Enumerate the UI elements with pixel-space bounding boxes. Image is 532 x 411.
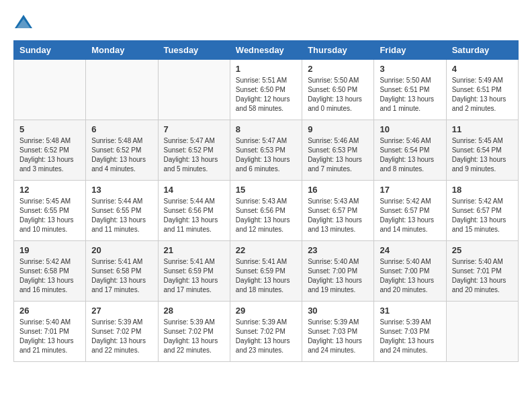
day-number: 21 <box>164 245 224 255</box>
day-number: 8 <box>236 124 296 134</box>
day-info: Sunrise: 5:50 AM Sunset: 6:50 PM Dayligh… <box>308 76 368 113</box>
day-info: Sunrise: 5:39 AM Sunset: 7:02 PM Dayligh… <box>164 318 224 355</box>
day-info: Sunrise: 5:40 AM Sunset: 7:00 PM Dayligh… <box>380 257 440 295</box>
day-info: Sunrise: 5:41 AM Sunset: 6:58 PM Dayligh… <box>91 257 152 295</box>
weekday-header-saturday: Saturday <box>446 41 518 60</box>
calendar-cell: 6Sunrise: 5:48 AM Sunset: 6:52 PM Daylig… <box>86 120 158 181</box>
day-info: Sunrise: 5:43 AM Sunset: 6:57 PM Dayligh… <box>308 197 368 234</box>
calendar-cell: 19Sunrise: 5:42 AM Sunset: 6:58 PM Dayli… <box>14 241 86 302</box>
day-number: 3 <box>380 64 440 74</box>
day-info: Sunrise: 5:40 AM Sunset: 7:01 PM Dayligh… <box>19 318 80 355</box>
weekday-header-row: SundayMondayTuesdayWednesdayThursdayFrid… <box>14 41 519 60</box>
day-number: 16 <box>308 185 368 195</box>
day-info: Sunrise: 5:41 AM Sunset: 6:59 PM Dayligh… <box>236 257 296 295</box>
day-number: 22 <box>236 245 296 255</box>
calendar-week-1: 1Sunrise: 5:51 AM Sunset: 6:50 PM Daylig… <box>14 60 519 120</box>
day-number: 27 <box>91 306 152 316</box>
day-info: Sunrise: 5:44 AM Sunset: 6:56 PM Dayligh… <box>164 197 224 234</box>
calendar-cell <box>86 60 158 120</box>
day-info: Sunrise: 5:39 AM Sunset: 7:03 PM Dayligh… <box>308 318 368 355</box>
calendar-cell <box>14 60 86 120</box>
calendar-cell: 21Sunrise: 5:41 AM Sunset: 6:59 PM Dayli… <box>158 241 230 302</box>
day-info: Sunrise: 5:43 AM Sunset: 6:56 PM Dayligh… <box>236 197 296 234</box>
weekday-header-friday: Friday <box>374 41 446 60</box>
day-number: 24 <box>380 245 440 255</box>
calendar-cell: 16Sunrise: 5:43 AM Sunset: 6:57 PM Dayli… <box>302 181 374 241</box>
day-info: Sunrise: 5:51 AM Sunset: 6:50 PM Dayligh… <box>236 76 296 113</box>
day-info: Sunrise: 5:42 AM Sunset: 6:57 PM Dayligh… <box>452 197 513 234</box>
calendar-cell: 28Sunrise: 5:39 AM Sunset: 7:02 PM Dayli… <box>158 302 230 362</box>
day-number: 15 <box>236 185 296 195</box>
day-number: 1 <box>236 64 296 74</box>
calendar-week-2: 5Sunrise: 5:48 AM Sunset: 6:52 PM Daylig… <box>14 120 519 181</box>
day-info: Sunrise: 5:46 AM Sunset: 6:54 PM Dayligh… <box>380 136 440 174</box>
day-number: 28 <box>164 306 224 316</box>
day-info: Sunrise: 5:40 AM Sunset: 7:01 PM Dayligh… <box>452 257 513 295</box>
day-info: Sunrise: 5:45 AM Sunset: 6:54 PM Dayligh… <box>452 136 513 174</box>
calendar-cell: 14Sunrise: 5:44 AM Sunset: 6:56 PM Dayli… <box>158 181 230 241</box>
day-info: Sunrise: 5:45 AM Sunset: 6:55 PM Dayligh… <box>19 197 80 234</box>
day-number: 14 <box>164 185 224 195</box>
weekday-header-tuesday: Tuesday <box>158 41 230 60</box>
day-number: 13 <box>91 185 152 195</box>
calendar-cell: 31Sunrise: 5:39 AM Sunset: 7:03 PM Dayli… <box>374 302 446 362</box>
logo-icon <box>13 13 34 34</box>
day-number: 23 <box>308 245 368 255</box>
day-number: 31 <box>380 306 440 316</box>
day-number: 7 <box>164 124 224 134</box>
day-info: Sunrise: 5:39 AM Sunset: 7:02 PM Dayligh… <box>91 318 152 355</box>
calendar-cell: 17Sunrise: 5:42 AM Sunset: 6:57 PM Dayli… <box>374 181 446 241</box>
page-header <box>13 13 519 34</box>
calendar-week-3: 12Sunrise: 5:45 AM Sunset: 6:55 PM Dayli… <box>14 181 519 241</box>
calendar-cell: 24Sunrise: 5:40 AM Sunset: 7:00 PM Dayli… <box>374 241 446 302</box>
calendar-cell: 8Sunrise: 5:47 AM Sunset: 6:53 PM Daylig… <box>230 120 302 181</box>
day-info: Sunrise: 5:46 AM Sunset: 6:53 PM Dayligh… <box>308 136 368 174</box>
calendar-cell: 13Sunrise: 5:44 AM Sunset: 6:55 PM Dayli… <box>86 181 158 241</box>
calendar-cell: 25Sunrise: 5:40 AM Sunset: 7:01 PM Dayli… <box>446 241 518 302</box>
day-info: Sunrise: 5:49 AM Sunset: 6:51 PM Dayligh… <box>452 76 513 113</box>
day-info: Sunrise: 5:50 AM Sunset: 6:51 PM Dayligh… <box>380 76 440 113</box>
day-info: Sunrise: 5:47 AM Sunset: 6:53 PM Dayligh… <box>236 136 296 174</box>
day-number: 4 <box>452 64 513 74</box>
calendar-cell: 4Sunrise: 5:49 AM Sunset: 6:51 PM Daylig… <box>446 60 518 120</box>
calendar-cell: 20Sunrise: 5:41 AM Sunset: 6:58 PM Dayli… <box>86 241 158 302</box>
day-number: 17 <box>380 185 440 195</box>
calendar-cell: 27Sunrise: 5:39 AM Sunset: 7:02 PM Dayli… <box>86 302 158 362</box>
calendar-cell: 11Sunrise: 5:45 AM Sunset: 6:54 PM Dayli… <box>446 120 518 181</box>
weekday-header-thursday: Thursday <box>302 41 374 60</box>
calendar-cell: 26Sunrise: 5:40 AM Sunset: 7:01 PM Dayli… <box>14 302 86 362</box>
day-info: Sunrise: 5:40 AM Sunset: 7:00 PM Dayligh… <box>308 257 368 295</box>
day-info: Sunrise: 5:47 AM Sunset: 6:52 PM Dayligh… <box>164 136 224 174</box>
calendar-cell: 22Sunrise: 5:41 AM Sunset: 6:59 PM Dayli… <box>230 241 302 302</box>
calendar-cell: 7Sunrise: 5:47 AM Sunset: 6:52 PM Daylig… <box>158 120 230 181</box>
day-number: 2 <box>308 64 368 74</box>
day-number: 29 <box>236 306 296 316</box>
day-number: 6 <box>91 124 152 134</box>
weekday-header-wednesday: Wednesday <box>230 41 302 60</box>
day-number: 19 <box>19 245 80 255</box>
calendar-cell: 23Sunrise: 5:40 AM Sunset: 7:00 PM Dayli… <box>302 241 374 302</box>
calendar-cell: 1Sunrise: 5:51 AM Sunset: 6:50 PM Daylig… <box>230 60 302 120</box>
day-info: Sunrise: 5:42 AM Sunset: 6:58 PM Dayligh… <box>19 257 80 295</box>
calendar-cell: 12Sunrise: 5:45 AM Sunset: 6:55 PM Dayli… <box>14 181 86 241</box>
calendar-cell: 5Sunrise: 5:48 AM Sunset: 6:52 PM Daylig… <box>14 120 86 181</box>
day-info: Sunrise: 5:42 AM Sunset: 6:57 PM Dayligh… <box>380 197 440 234</box>
calendar-cell: 2Sunrise: 5:50 AM Sunset: 6:50 PM Daylig… <box>302 60 374 120</box>
day-number: 11 <box>452 124 513 134</box>
calendar-cell: 10Sunrise: 5:46 AM Sunset: 6:54 PM Dayli… <box>374 120 446 181</box>
day-number: 30 <box>308 306 368 316</box>
calendar-table: SundayMondayTuesdayWednesdayThursdayFrid… <box>13 40 519 362</box>
calendar-cell: 9Sunrise: 5:46 AM Sunset: 6:53 PM Daylig… <box>302 120 374 181</box>
calendar-cell: 18Sunrise: 5:42 AM Sunset: 6:57 PM Dayli… <box>446 181 518 241</box>
day-info: Sunrise: 5:48 AM Sunset: 6:52 PM Dayligh… <box>91 136 152 174</box>
day-info: Sunrise: 5:39 AM Sunset: 7:02 PM Dayligh… <box>236 318 296 355</box>
day-info: Sunrise: 5:41 AM Sunset: 6:59 PM Dayligh… <box>164 257 224 295</box>
calendar-week-4: 19Sunrise: 5:42 AM Sunset: 6:58 PM Dayli… <box>14 241 519 302</box>
day-number: 26 <box>19 306 80 316</box>
weekday-header-sunday: Sunday <box>14 41 86 60</box>
day-info: Sunrise: 5:44 AM Sunset: 6:55 PM Dayligh… <box>91 197 152 234</box>
day-number: 25 <box>452 245 513 255</box>
day-number: 12 <box>19 185 80 195</box>
calendar-cell <box>158 60 230 120</box>
calendar-week-5: 26Sunrise: 5:40 AM Sunset: 7:01 PM Dayli… <box>14 302 519 362</box>
